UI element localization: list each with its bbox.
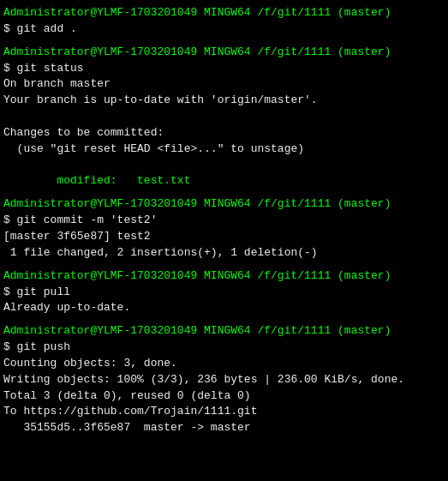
command-5: $ git push [3, 340, 445, 356]
output-5-3: Total 3 (delta 0), reused 0 (delta 0) [3, 388, 445, 405]
prompt-5: Administrator@YLMF-1703201049 MINGW64 /f… [3, 323, 445, 340]
output-4-1: Already up-to-date. [3, 300, 445, 316]
prompt-1: Administrator@YLMF-1703201049 MINGW64 /f… [3, 5, 445, 21]
block-git-push: Administrator@YLMF-1703201049 MINGW64 /f… [3, 323, 445, 436]
output-3-1: [master 3f65e87] test2 [3, 229, 445, 245]
output-2-blank2 [3, 158, 445, 174]
block-git-pull: Administrator@YLMF-1703201049 MINGW64 /f… [3, 268, 445, 317]
command-3: $ git commit -m 'test2' [3, 213, 445, 229]
prompt-2: Administrator@YLMF-1703201049 MINGW64 /f… [3, 45, 445, 61]
output-5-4: To https://github.com/Trojain/1111.git [3, 404, 445, 420]
output-3-2: 1 file changed, 2 insertions(+), 1 delet… [3, 245, 445, 262]
command-2: $ git status [3, 61, 445, 77]
output-5-1: Counting objects: 3, done. [3, 356, 445, 372]
prompt-3: Administrator@YLMF-1703201049 MINGW64 /f… [3, 196, 445, 213]
command-1: $ git add . [3, 21, 445, 38]
output-2-3: Changes to be committed: [3, 125, 445, 141]
output-5-5: 35155d5..3f65e87 master -> master [3, 420, 445, 436]
output-2-2: Your branch is up-to-date with 'origin/m… [3, 93, 445, 109]
output-2-blank [3, 109, 445, 125]
block-git-add: Administrator@YLMF-1703201049 MINGW64 /f… [3, 5, 445, 38]
output-2-4: (use "git reset HEAD <file>..." to unsta… [3, 141, 445, 158]
block-git-status: Administrator@YLMF-1703201049 MINGW64 /f… [3, 45, 445, 190]
prompt-4: Administrator@YLMF-1703201049 MINGW64 /f… [3, 268, 445, 285]
command-4: $ git pull [3, 285, 445, 301]
output-5-2: Writing objects: 100% (3/3), 236 bytes |… [3, 372, 445, 388]
output-2-modified: modified: test.txt [3, 173, 445, 189]
block-git-commit: Administrator@YLMF-1703201049 MINGW64 /f… [3, 196, 445, 261]
output-2-1: On branch master [3, 76, 445, 93]
terminal: Administrator@YLMF-1703201049 MINGW64 /f… [0, 0, 448, 481]
